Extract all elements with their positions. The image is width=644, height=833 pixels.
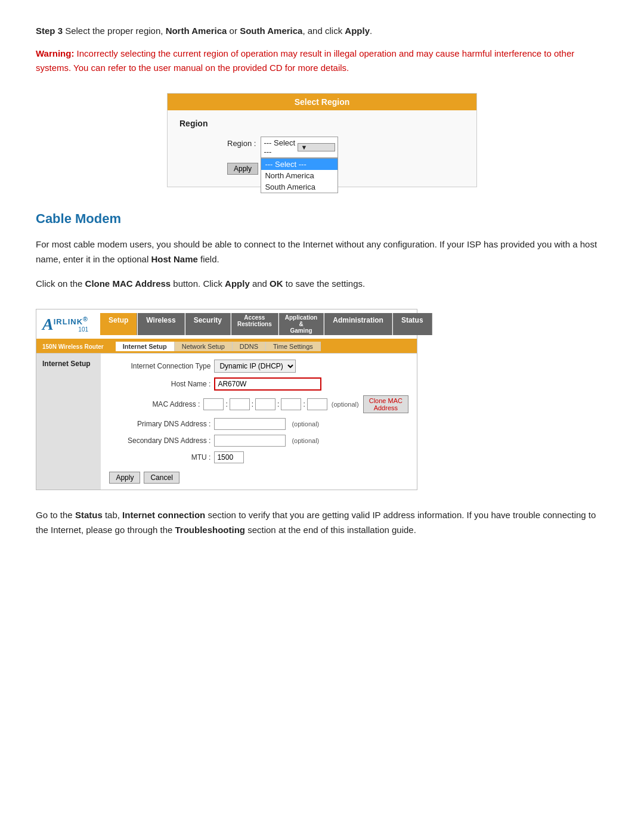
- secondary-dns-label: Secondary DNS Address :: [109, 436, 210, 445]
- region-option-select[interactable]: --- Select ---: [261, 159, 338, 170]
- logo-a-icon: A: [42, 316, 54, 333]
- mtu-label: MTU :: [109, 453, 210, 462]
- sub-tab-network-setup[interactable]: Network Setup: [175, 342, 233, 351]
- router-cancel-button[interactable]: Cancel: [144, 472, 179, 484]
- region-option-south-america[interactable]: South America: [261, 181, 338, 193]
- clone-mac-button[interactable]: Clone MAC Address: [363, 395, 408, 413]
- router-subnav: 150N Wireless Router Internet Setup Netw…: [36, 340, 417, 354]
- nav-tab-administration[interactable]: Administration: [324, 313, 392, 335]
- router-body: Internet Setup Internet Connection Type …: [36, 354, 417, 490]
- secondary-dns-row: Secondary DNS Address : (optional): [109, 435, 408, 447]
- connection-type-select[interactable]: Dynamic IP (DHCP): [214, 360, 296, 373]
- mac-field-5[interactable]: [307, 398, 327, 410]
- mac-field-4[interactable]: [281, 398, 301, 410]
- region-select-label: Region :: [227, 139, 256, 148]
- primary-dns-optional: (optional): [292, 420, 319, 428]
- warning-paragraph: Warning: Incorrectly selecting the curre…: [36, 47, 608, 75]
- secondary-dns-optional: (optional): [292, 437, 319, 444]
- cable-modem-para2: Click on the Clone MAC Address button. C…: [36, 277, 608, 292]
- sub-tab-time-settings[interactable]: Time Settings: [266, 342, 321, 351]
- primary-dns-input[interactable]: [214, 418, 286, 430]
- primary-dns-label: Primary DNS Address :: [109, 420, 210, 428]
- router-content: Internet Connection Type Dynamic IP (DHC…: [101, 354, 417, 490]
- mac-address-row: MAC Address : : : : : (optional) Clone M…: [109, 395, 408, 413]
- router-sub-tabs: Internet Setup Network Setup DDNS Time S…: [110, 340, 417, 353]
- router-logo: A IRLINK® 101: [42, 315, 88, 333]
- region-select-container: --- Select --- ▼ --- Select --- North Am…: [261, 137, 338, 158]
- mtu-input[interactable]: [214, 451, 244, 463]
- logo-irlink-text: IRLINK®: [54, 317, 88, 326]
- region-table-title: Select Region: [168, 94, 476, 110]
- host-name-input[interactable]: [214, 377, 321, 391]
- region-row-label: Region: [179, 119, 465, 128]
- apply-button[interactable]: Apply: [227, 163, 258, 175]
- cable-modem-para1: For most cable modem users, you should b…: [36, 237, 608, 267]
- mac-field-1[interactable]: [203, 398, 224, 410]
- host-name-label: Host Name :: [109, 380, 210, 388]
- router-apply-button[interactable]: Apply: [109, 472, 140, 484]
- cable-modem-title: Cable Modem: [36, 211, 608, 227]
- nav-tab-application-gaming[interactable]: Application &Gaming: [279, 313, 324, 335]
- mac-field-2[interactable]: [230, 398, 250, 410]
- mac-fields: : : : : (optional) Clone MAC Address: [203, 395, 408, 413]
- region-option-north-america[interactable]: North America: [261, 170, 338, 181]
- router-ui: A IRLINK® 101 Setup Wireless Security Ac…: [36, 309, 417, 490]
- sub-tab-ddns[interactable]: DDNS: [233, 342, 266, 351]
- mtu-row: MTU :: [109, 451, 408, 463]
- mac-optional-label: (optional): [332, 401, 359, 408]
- connection-type-row: Internet Connection Type Dynamic IP (DHC…: [109, 360, 408, 373]
- host-name-row: Host Name :: [109, 377, 408, 391]
- region-dropdown: --- Select --- North America South Ameri…: [261, 158, 338, 193]
- router-header: A IRLINK® 101 Setup Wireless Security Ac…: [36, 309, 417, 340]
- primary-dns-row: Primary DNS Address : (optional): [109, 418, 408, 430]
- sub-tab-internet-setup[interactable]: Internet Setup: [116, 342, 175, 351]
- footer-paragraph: Go to the Status tab, Internet connectio…: [36, 508, 608, 538]
- router-sidebar-title: Internet Setup: [42, 360, 95, 368]
- region-select-display[interactable]: --- Select --- ▼: [261, 137, 338, 158]
- mac-field-3[interactable]: [255, 398, 275, 410]
- nav-tab-status[interactable]: Status: [393, 313, 432, 335]
- router-sidebar: Internet Setup: [36, 354, 101, 490]
- router-footer-buttons: Apply Cancel: [109, 472, 408, 484]
- step3-paragraph: Step 3 Select the proper region, North A…: [36, 24, 608, 38]
- region-select-row: Region : --- Select --- ▼ --- Select ---…: [179, 137, 465, 158]
- dropdown-arrow-icon: ▼: [298, 143, 335, 151]
- nav-tab-setup[interactable]: Setup: [100, 313, 137, 335]
- logo-101-text: 101: [54, 326, 88, 333]
- router-model: 150N Wireless Router: [36, 341, 110, 352]
- nav-tab-security[interactable]: Security: [185, 313, 231, 335]
- secondary-dns-input[interactable]: [214, 435, 286, 447]
- select-region-table: Select Region Region Region : --- Select…: [167, 93, 477, 187]
- region-table-body: Region Region : --- Select --- ▼ --- Sel…: [168, 110, 476, 187]
- router-nav: Setup Wireless Security AccessRestrictio…: [100, 313, 432, 335]
- mac-address-label: MAC Address :: [109, 400, 200, 408]
- nav-tab-access-restrictions[interactable]: AccessRestrictions: [231, 313, 278, 335]
- connection-type-label: Internet Connection Type: [109, 362, 210, 370]
- logo-text-block: IRLINK® 101: [54, 315, 88, 333]
- nav-tab-wireless[interactable]: Wireless: [138, 313, 184, 335]
